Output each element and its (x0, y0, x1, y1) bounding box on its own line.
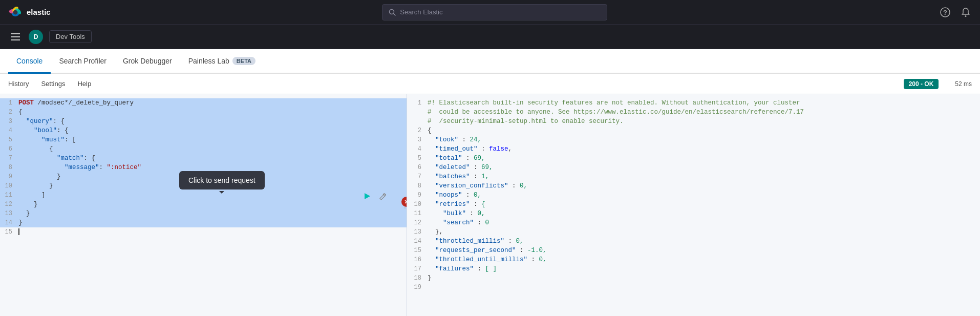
response-line-number: 16 (411, 255, 428, 264)
response-line: 4 "timed_out" : false, (407, 144, 980, 154)
line-content: } (18, 209, 402, 218)
response-line: 7 "batches" : 1, (407, 172, 980, 181)
line-number: 1 (4, 98, 18, 108)
response-line-number: 15 (411, 246, 428, 255)
response-line-number: 5 (411, 154, 428, 163)
editor-line: 7 "match": { (0, 154, 407, 163)
response-line: 12 "search" : 0 (407, 218, 980, 227)
response-line-content: "requests_per_second" : -1.0, (428, 246, 976, 255)
line-number: 2 (4, 108, 18, 117)
status-badge: 200 - OK (904, 79, 939, 89)
line-number: 13 (4, 209, 18, 218)
line-content: "match": { (18, 154, 402, 163)
line-content: } (18, 218, 402, 227)
line-number: 8 (4, 163, 18, 172)
editor-line: 1POST /modsec*/_delete_by_query (0, 98, 407, 108)
search-bar-wrapper: Search Elastic (57, 4, 933, 20)
response-line: 15 "requests_per_second" : -1.0, (407, 246, 980, 255)
response-line-content: "version_conflicts" : 0, (428, 181, 976, 191)
response-line-content: "took" : 24, (428, 135, 976, 144)
response-line-number: 4 (411, 144, 428, 154)
nav-icons: ? (939, 6, 972, 18)
main-content: Click to send request 1POST /modsec*/_de… (0, 94, 980, 316)
second-nav: D Dev Tools (0, 25, 980, 49)
response-line: # could be accessible to anyone. See htt… (407, 108, 980, 117)
editor-line: 5 "must": [ (0, 135, 407, 144)
line-content: { (18, 108, 402, 117)
help-button[interactable]: Help (77, 78, 91, 90)
response-line-content: # could be accessible to anyone. See htt… (428, 108, 976, 117)
response-line-content: "failures" : [ ] (428, 264, 976, 273)
response-line: 5 "total" : 69, (407, 154, 980, 163)
response-line-content: } (428, 273, 976, 283)
line-number: 4 (4, 126, 18, 135)
help-icon[interactable]: ? (939, 6, 951, 18)
response-line-number: 1 (411, 98, 428, 108)
toolbar: History Settings Help 200 - OK 52 ms (0, 74, 980, 94)
elastic-logo: elastic (8, 5, 51, 19)
line-number: 9 (4, 172, 18, 181)
response-line-content: "total" : 69, (428, 154, 976, 163)
tab-grok-debugger[interactable]: Grok Debugger (115, 49, 180, 74)
response-line-content: # /security-minimal-setup.html to enable… (428, 117, 976, 126)
response-line: 9 "noops" : 0, (407, 191, 980, 200)
line-number: 6 (4, 144, 18, 154)
line-content: } (18, 200, 402, 209)
editor-line: 11 ] (0, 191, 407, 200)
response-line-number: 12 (411, 218, 428, 227)
response-line-content: "timed_out" : false, (428, 144, 976, 154)
response-line-content: }, (428, 227, 976, 237)
line-number: 3 (4, 117, 18, 126)
editor-line: 14} (0, 218, 407, 227)
response-line-content: "noops" : 0, (428, 191, 976, 200)
history-button[interactable]: History (8, 78, 29, 90)
response-line-content: "retries" : { (428, 200, 976, 209)
line-number: 7 (4, 154, 18, 163)
editor-pane[interactable]: 1POST /modsec*/_delete_by_query2{3 "quer… (0, 94, 407, 316)
response-line-content: #! Elasticsearch built-in security featu… (428, 98, 976, 108)
response-line-number: 9 (411, 191, 428, 200)
line-content: "bool": { (18, 126, 402, 135)
hamburger-button[interactable] (8, 30, 23, 44)
svg-point-10 (965, 15, 967, 17)
svg-line-7 (394, 13, 396, 15)
response-line-number: 10 (411, 200, 428, 209)
search-bar[interactable]: Search Elastic (382, 4, 607, 20)
elastic-logo-icon (8, 5, 23, 19)
response-line-number: 11 (411, 209, 428, 218)
response-line: 19 (407, 283, 980, 292)
top-nav: elastic Search Elastic ? (0, 0, 980, 25)
editor-line: 15 (0, 227, 407, 237)
response-line: 17 "failures" : [ ] (407, 264, 980, 273)
response-line-number (411, 117, 428, 126)
notifications-icon[interactable] (960, 6, 972, 18)
response-line: 6 "deleted" : 69, (407, 163, 980, 172)
response-line: 11 "bulk" : 0, (407, 209, 980, 218)
code-editor[interactable]: 1POST /modsec*/_delete_by_query2{3 "quer… (0, 94, 407, 316)
search-placeholder: Search Elastic (400, 8, 442, 16)
wrench-button[interactable] (377, 191, 388, 202)
run-button[interactable] (361, 191, 373, 202)
line-number: 11 (4, 191, 18, 200)
response-line-number: 2 (411, 126, 428, 135)
response-line-number: 14 (411, 237, 428, 246)
dev-tools-button[interactable]: Dev Tools (49, 30, 92, 43)
tab-console[interactable]: Console (8, 49, 51, 74)
user-avatar[interactable]: D (29, 30, 43, 44)
response-line: 14 "throttled_millis" : 0, (407, 237, 980, 246)
response-line: # /security-minimal-setup.html to enable… (407, 117, 980, 126)
tab-search-profiler[interactable]: Search Profiler (51, 49, 115, 74)
line-number: 12 (4, 200, 18, 209)
settings-button[interactable]: Settings (41, 78, 65, 90)
response-line-number (411, 108, 428, 117)
time-badge: 52 ms (955, 80, 972, 88)
editor-line: 4 "bool": { (0, 126, 407, 135)
response-line-content: "batches" : 1, (428, 172, 976, 181)
response-line-content: "bulk" : 0, (428, 209, 976, 218)
line-number: 14 (4, 218, 18, 227)
svg-text:?: ? (943, 9, 947, 16)
response-line-content: "throttled_millis" : 0, (428, 237, 976, 246)
editor-line: 13 } (0, 209, 407, 218)
tabs-bar: Console Search Profiler Grok Debugger Pa… (0, 49, 980, 74)
tab-painless-lab[interactable]: Painless Lab BETA (180, 49, 264, 74)
